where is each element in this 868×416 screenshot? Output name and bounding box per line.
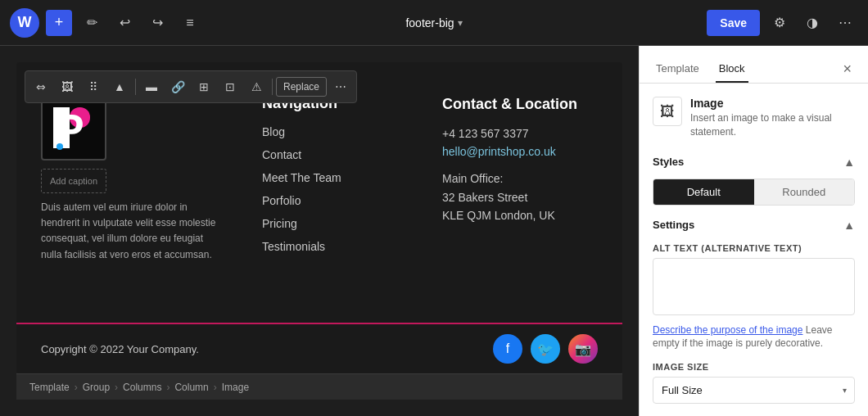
settings-section-title: Settings (653, 219, 694, 231)
style-default-button[interactable]: Default (653, 179, 754, 205)
footer-body-text: Duis autem vel eum iriure dolor in hendr… (41, 200, 221, 263)
instagram-button[interactable]: 📷 (568, 334, 598, 364)
more-options-button[interactable]: ⋯ (832, 10, 858, 36)
canvas-inner: ⇔ 🖼 ⠿ ▲ ▬ 🔗 ⊞ ⊡ ⚠ Replace ⋯ (16, 62, 622, 373)
block-toolbar: ⇔ 🖼 ⠿ ▲ ▬ 🔗 ⊞ ⊡ ⚠ Replace ⋯ (25, 70, 357, 103)
toolbar-divider (135, 79, 136, 95)
save-button[interactable]: Save (707, 10, 760, 36)
list-view-button[interactable]: ≡ (177, 10, 203, 36)
image-size-label: IMAGE SIZE (653, 362, 855, 372)
bc-sep4: › (214, 382, 217, 393)
block-info-text: Image Insert an image to make a visual s… (690, 97, 855, 139)
toolbar-divider2 (272, 79, 273, 95)
styles-section-title: Styles (653, 156, 684, 168)
social-icons: f 🐦 📷 (493, 334, 598, 364)
chevron-down-icon: ▾ (458, 17, 463, 29)
alt-link[interactable]: Describe the purpose of the image (653, 324, 802, 336)
replace-button[interactable]: Replace (276, 77, 327, 97)
breadcrumb-image[interactable]: Image (222, 382, 249, 393)
move-up-button[interactable]: ▲ (107, 75, 132, 99)
nav-link-testimonials[interactable]: Testimonials (262, 240, 418, 253)
sidebar-content: 🖼 Image Insert an image to make a visual… (640, 84, 868, 416)
contact-heading: Contact & Location (442, 95, 598, 114)
image-toolbar-button[interactable]: 🖼 (55, 75, 79, 99)
block-name: Image (690, 97, 855, 110)
sidebar-close-button[interactable]: × (839, 56, 855, 83)
copyright-text: Copyright © 2022 Your Company. (41, 343, 199, 355)
alt-description: Describe the purpose of the image Leave … (653, 323, 855, 351)
contact-address: Main Office: 32 Bakers Street KLE QJM Lo… (442, 170, 598, 224)
align-button[interactable]: ▬ (139, 75, 164, 99)
settings-toggle-button[interactable]: ▲ (843, 219, 855, 232)
redo-button[interactable]: ↪ (144, 10, 170, 36)
duplicate-button[interactable]: ⊡ (218, 75, 242, 99)
bc-sep3: › (166, 382, 170, 393)
canvas-area: ⇔ 🖼 ⠿ ▲ ▬ 🔗 ⊞ ⊡ ⚠ Replace ⋯ (0, 46, 639, 416)
wp-logo[interactable]: W (10, 8, 39, 38)
undo-button[interactable]: ↩ (111, 10, 138, 36)
nav-link-pricing[interactable]: Pricing (262, 217, 418, 230)
twitter-button[interactable]: 🐦 (531, 334, 560, 364)
nav-link-contact[interactable]: Contact (262, 148, 418, 161)
nav-link-meet-the-team[interactable]: Meet The Team (262, 171, 418, 184)
breadcrumb-template[interactable]: Template (29, 382, 70, 393)
breadcrumb-columns[interactable]: Columns (123, 382, 161, 393)
settings-section-header: Settings ▲ (653, 219, 855, 232)
caption-label: Add caption (50, 176, 97, 186)
add-caption-box[interactable]: Add caption (41, 169, 106, 193)
sidebar: Template Block × 🖼 Image Insert an image… (639, 46, 868, 416)
topbar-center: footer-big ▾ (405, 16, 462, 29)
block-desc: Insert an image to make a visual stateme… (690, 111, 855, 139)
crop-button[interactable]: ⊞ (192, 75, 216, 99)
footer-logo-column: P Add caption Duis autem vel eum iriure … (41, 95, 221, 298)
topbar-right: Save ⚙ ◑ ⋯ (469, 10, 858, 36)
nav-link-blog[interactable]: Blog (262, 125, 418, 138)
block-icon: 🖼 (653, 97, 682, 126)
image-size-select[interactable]: Thumbnail Medium Large Full Size (653, 377, 855, 404)
bc-sep1: › (75, 382, 78, 393)
topbar-left: W + ✏ ↩ ↪ ≡ (10, 8, 399, 38)
styles-section-header: Styles ▲ (653, 156, 855, 169)
settings-button[interactable]: ⚙ (766, 10, 793, 36)
tab-template[interactable]: Template (653, 56, 703, 83)
footer-contact-column: Contact & Location +4 123 567 3377 hello… (442, 95, 598, 298)
style-options: Default Rounded (653, 179, 855, 206)
topbar: W + ✏ ↩ ↪ ≡ footer-big ▾ Save ⚙ ◑ ⋯ (0, 0, 868, 46)
facebook-button[interactable]: f (493, 334, 522, 364)
sidebar-tabs: Template Block × (640, 46, 868, 84)
style-rounded-button[interactable]: Rounded (754, 179, 855, 205)
styles-toggle-button[interactable]: ▲ (843, 156, 855, 169)
contrast-button[interactable]: ◑ (799, 10, 825, 36)
breadcrumb-group[interactable]: Group (83, 382, 110, 393)
drag-button[interactable]: ⠿ (81, 75, 106, 99)
settings-section: Settings ▲ ALT TEXT (ALTERNATIVE TEXT) D… (653, 219, 855, 416)
bc-sep2: › (115, 382, 118, 393)
logo-image-wrapper[interactable]: P (41, 95, 106, 161)
add-block-button[interactable]: + (46, 10, 72, 36)
toggle-sidebar-toolbar-button[interactable]: ⇔ (29, 75, 53, 99)
tab-block[interactable]: Block (716, 56, 748, 83)
pencil-button[interactable]: ✏ (79, 10, 105, 36)
nav-link-portfolio[interactable]: Porfolio (262, 194, 418, 207)
breadcrumb-column[interactable]: Column (174, 382, 208, 393)
footer-nav-column: Navigation Blog Contact Meet The Team Po… (246, 95, 418, 298)
footer-bottom: Copyright © 2022 Your Company. f 🐦 📷 (16, 323, 622, 373)
breadcrumb: Template › Group › Columns › Column › Im… (16, 373, 622, 400)
document-title: footer-big (405, 16, 454, 29)
alt-text-label: ALT TEXT (ALTERNATIVE TEXT) (653, 243, 855, 253)
main-layout: ⇔ 🖼 ⠿ ▲ ▬ 🔗 ⊞ ⊡ ⚠ Replace ⋯ (0, 46, 868, 416)
alt-text-input[interactable] (653, 258, 855, 315)
footer-section: P Add caption Duis autem vel eum iriure … (16, 62, 622, 373)
warning-button[interactable]: ⚠ (244, 75, 269, 99)
image-size-select-wrap: Thumbnail Medium Large Full Size ▾ (653, 377, 855, 404)
block-info: 🖼 Image Insert an image to make a visual… (653, 97, 855, 139)
more-toolbar-button[interactable]: ⋯ (328, 75, 353, 99)
contact-email[interactable]: hello@printshop.co.uk (442, 145, 598, 158)
link-button[interactable]: 🔗 (165, 75, 190, 99)
contact-phone: +4 123 567 3377 (442, 127, 598, 140)
